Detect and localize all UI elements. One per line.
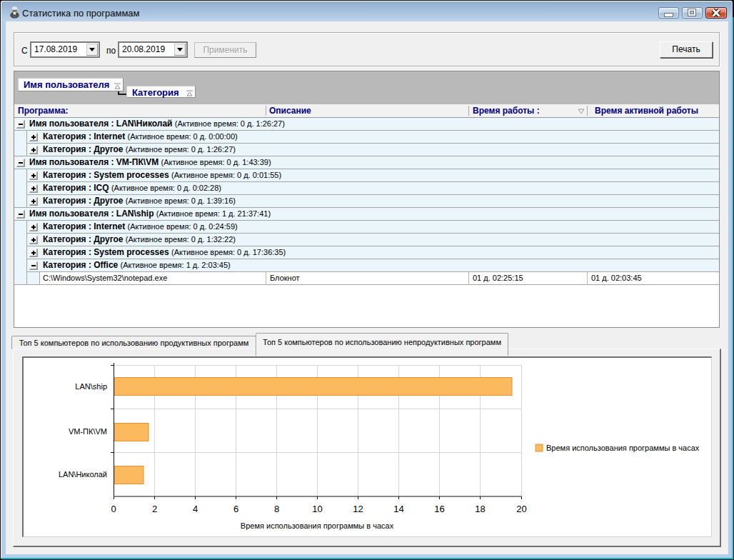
svg-text:LAN\Николай: LAN\Николай — [59, 470, 107, 479]
svg-text:2: 2 — [152, 504, 157, 514]
svg-text:12: 12 — [353, 504, 363, 514]
svg-text:18: 18 — [475, 504, 485, 514]
svg-text:LAN\ship: LAN\ship — [75, 382, 107, 391]
svg-text:6: 6 — [233, 504, 238, 514]
svg-text:10: 10 — [312, 504, 322, 514]
svg-text:VM-ПК\VM: VM-ПК\VM — [69, 427, 107, 436]
svg-text:16: 16 — [434, 504, 444, 514]
svg-text:14: 14 — [393, 504, 403, 514]
svg-text:Время использования программы: Время использования программы в часах — [546, 444, 700, 452]
svg-text:4: 4 — [193, 504, 198, 514]
svg-text:20: 20 — [516, 504, 526, 514]
svg-text:8: 8 — [274, 504, 279, 514]
svg-text:Время использования программы: Время использования программы в часах — [241, 521, 394, 530]
svg-text:0: 0 — [111, 504, 116, 514]
